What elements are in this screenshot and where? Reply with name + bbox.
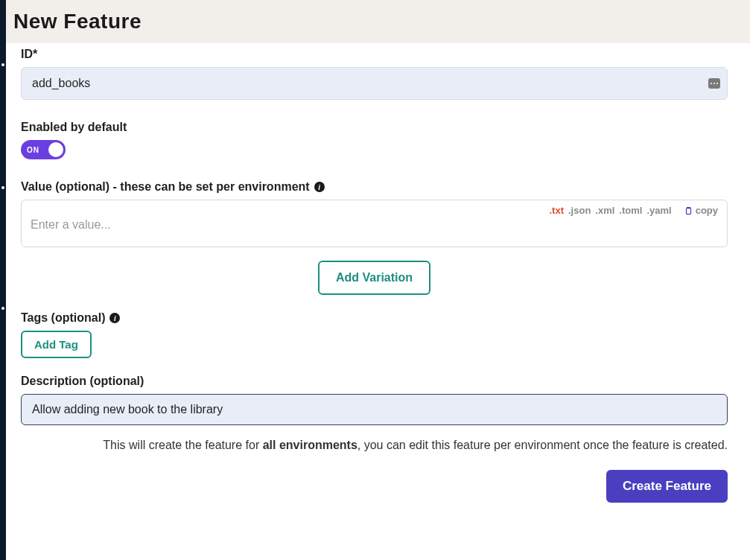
id-label: ID* <box>21 48 728 61</box>
description-label: Description (optional) <box>21 375 728 388</box>
value-label: Value (optional) - these can be set per … <box>21 180 728 194</box>
tags-label: Tags (optional) i <box>21 311 728 325</box>
svg-rect-0 <box>686 208 690 214</box>
ellipsis-icon[interactable] <box>708 78 720 89</box>
field-tags: Tags (optional) i Add Tag <box>21 311 728 358</box>
format-yaml[interactable]: .yaml <box>646 205 671 216</box>
toggle-knob <box>48 142 63 157</box>
page-title: New Feature <box>13 10 142 34</box>
description-input[interactable] <box>21 394 728 425</box>
field-enabled: Enabled by default ON <box>21 121 728 159</box>
format-xml[interactable]: .xml <box>595 205 614 216</box>
format-json[interactable]: .json <box>568 205 591 216</box>
format-txt[interactable]: .txt <box>549 205 564 216</box>
field-id: ID* <box>21 48 728 100</box>
create-feature-button[interactable]: Create Feature <box>606 470 728 503</box>
new-feature-form: ID* Enabled by default ON Value (optiona… <box>21 43 728 503</box>
value-formats: .txt .json .xml .toml .yaml copy <box>549 205 718 216</box>
format-toml[interactable]: .toml <box>619 205 642 216</box>
id-input[interactable] <box>21 67 728 100</box>
background-sidebar-sliver <box>0 0 6 560</box>
info-icon[interactable]: i <box>314 182 325 192</box>
footer-actions: Create Feature <box>21 470 728 503</box>
field-description: Description (optional) <box>21 375 728 425</box>
info-icon[interactable]: i <box>109 313 120 323</box>
add-variation-row: Add Variation <box>21 261 728 295</box>
clipboard-icon <box>684 206 693 215</box>
value-input[interactable] <box>31 215 718 235</box>
field-value: Value (optional) - these can be set per … <box>21 180 728 247</box>
environments-note: This will create the feature for all env… <box>21 439 728 452</box>
enabled-toggle[interactable]: ON <box>21 140 66 159</box>
enabled-label: Enabled by default <box>21 121 728 134</box>
add-variation-button[interactable]: Add Variation <box>318 261 430 295</box>
add-tag-button[interactable]: Add Tag <box>21 331 92 358</box>
value-box: .txt .json .xml .toml .yaml copy <box>21 200 728 247</box>
modal-header: New Feature <box>6 0 750 43</box>
copy-button[interactable]: copy <box>684 205 718 216</box>
toggle-on-text: ON <box>27 146 39 154</box>
